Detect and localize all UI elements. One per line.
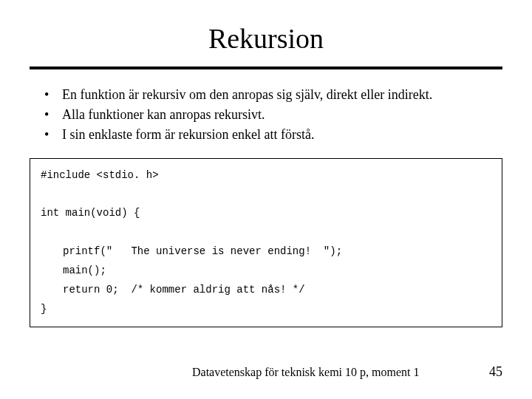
slide: Rekursion En funktion är rekursiv om den… (0, 0, 532, 399)
slide-title: Rekursion (30, 22, 502, 55)
code-box: #include <stdio. h> int main(void) { pri… (30, 158, 502, 327)
code-line: printf(" The universe is never ending! "… (41, 242, 491, 262)
code-line: } (41, 300, 491, 319)
footer: Datavetenskap för teknisk kemi 10 p, mom… (0, 364, 532, 380)
page-number: 45 (489, 364, 502, 380)
footer-text: Datavetenskap för teknisk kemi 10 p, mom… (192, 366, 419, 379)
code-blank (41, 223, 491, 242)
bullet-item: En funktion är rekursiv om den anropas s… (44, 86, 502, 104)
code-line: #include <stdio. h> (41, 166, 491, 185)
code-blank (41, 185, 491, 204)
bullet-item: I sin enklaste form är rekursion enkel a… (44, 126, 502, 144)
code-line: main(); (41, 262, 491, 281)
code-line: return 0; /* kommer aldrig att nås! */ (41, 281, 491, 300)
title-rule (30, 66, 502, 69)
bullet-list: En funktion är rekursiv om den anropas s… (30, 86, 502, 145)
code-line: int main(void) { (41, 204, 491, 223)
bullet-item: Alla funktioner kan anropas rekursivt. (44, 106, 502, 124)
